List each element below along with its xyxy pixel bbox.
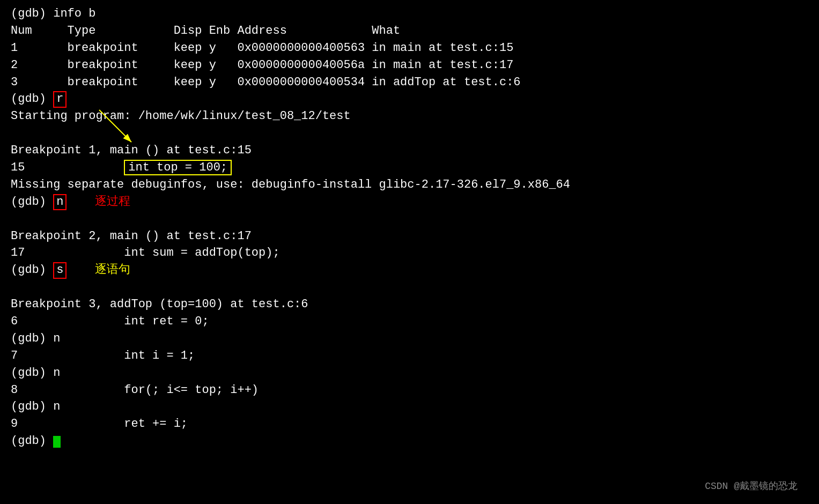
code-line-8: 8 for(; i<= top; i++) [11, 382, 808, 399]
gdb-s-line: (gdb) s 逐语句 [11, 262, 808, 279]
cmd-s-box: s [53, 262, 67, 278]
cmd-r-box: r [53, 91, 67, 107]
breakpoint-row-2: 2 breakpoint keep y 0x000000000040056a i… [11, 57, 808, 74]
cmd-n-box-1: n [53, 194, 67, 210]
gdb-prompt-final: (gdb) [11, 433, 808, 450]
code-line-15: 15 int top = 100; [11, 159, 808, 176]
breakpoint-row-1: 1 breakpoint keep y 0x0000000000400563 i… [11, 40, 808, 57]
breakpoint-row-3: 3 breakpoint keep y 0x0000000000400534 i… [11, 74, 808, 91]
annotation-n: 逐过程 [95, 195, 130, 209]
code-line-7: 7 int i = 1; [11, 347, 808, 365]
code-line-6: 6 int ret = 0; [11, 313, 808, 330]
blank-3 [11, 279, 808, 296]
gdb-n-line: (gdb) n 逐过程 [11, 194, 808, 211]
gdb-n-line-4: (gdb) n [11, 398, 808, 416]
missing-debuginfos-line: Missing separate debuginfos, use: debugi… [11, 176, 808, 194]
gdb-r-line: (gdb) r [11, 91, 808, 108]
terminal-cursor [53, 436, 61, 448]
breakpoint-table-header: Num Type Disp Enb Address What [11, 23, 808, 40]
gdb-n-line-3: (gdb) n [11, 365, 808, 382]
bp2-main-line: Breakpoint 2, main () at test.c:17 [11, 228, 808, 245]
blank-1 [11, 125, 808, 142]
watermark: CSDN @戴墨镜的恐龙 [705, 479, 798, 493]
bp1-main-line: Breakpoint 1, main () at test.c:15 [11, 142, 808, 159]
bp3-addtop-line: Breakpoint 3, addTop (top=100) at test.c… [11, 296, 808, 313]
annotation-s: 逐语句 [95, 263, 130, 277]
gdb-n-line-2: (gdb) n [11, 330, 808, 347]
code-int-top-box: int top = 100; [124, 160, 232, 175]
code-line-9: 9 ret += i; [11, 416, 808, 433]
blank-2 [11, 211, 808, 228]
terminal: (gdb) info b Num Type Disp Enb Address W… [11, 5, 808, 499]
starting-program-line: Starting program: /home/wk/linux/test_08… [11, 108, 808, 125]
code-line-17: 17 int sum = addTop(top); [11, 244, 808, 262]
line-gdb-info-b: (gdb) info b [11, 5, 808, 23]
